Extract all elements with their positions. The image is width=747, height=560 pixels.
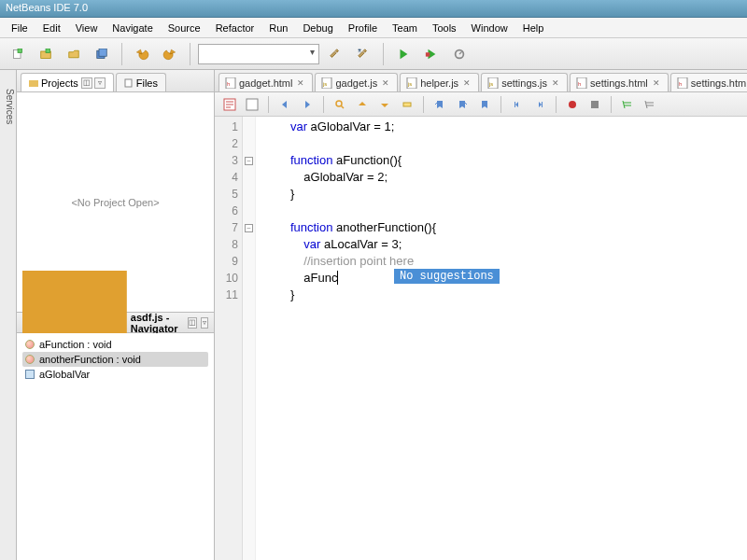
uncomment-button[interactable] (641, 95, 659, 114)
editor-tab-settings-html[interactable]: hsettings.html✕ (570, 73, 669, 91)
shift-left-button[interactable] (508, 95, 527, 114)
method-icon (25, 340, 35, 349)
navigator-panel: aFunction : void anotherFunction : void … (17, 333, 214, 560)
prev-bookmark-button[interactable] (430, 95, 449, 114)
projects-close-icon[interactable]: ▿ (94, 77, 106, 89)
nav-back-button[interactable] (275, 95, 294, 114)
tab-close-icon[interactable]: ✕ (651, 78, 662, 88)
navigator-item-afunction[interactable]: aFunction : void (22, 337, 208, 352)
menu-tools[interactable]: Tools (425, 21, 464, 35)
profile-button[interactable] (447, 42, 472, 66)
find-prev-button[interactable] (353, 95, 372, 114)
source-view-button[interactable] (220, 95, 239, 114)
menu-navigate[interactable]: Navigate (105, 21, 160, 35)
new-file-button[interactable] (6, 42, 30, 66)
navigator-item-aglobalvar[interactable]: aGlobalVar (22, 367, 208, 382)
svg-point-27 (569, 101, 576, 108)
autocomplete-tooltip: No suggestions (394, 269, 500, 284)
run-config-combo[interactable] (198, 44, 319, 64)
macro-stop-button[interactable] (585, 95, 604, 114)
nav-forward-button[interactable] (298, 95, 317, 114)
navigator-item-label: aFunction : void (39, 339, 112, 350)
services-rail-button[interactable]: Services (2, 89, 15, 145)
menu-profile[interactable]: Profile (341, 21, 385, 35)
svg-rect-8 (29, 80, 38, 87)
new-project-button[interactable] (34, 42, 58, 66)
projects-tab[interactable]: Projects ◫▿ (21, 73, 114, 91)
code-editor[interactable]: 1234567891011 −− var aGlobalVar = 1; fun… (215, 117, 747, 560)
menu-team[interactable]: Team (385, 21, 425, 35)
tab-label: gadget.js (335, 77, 377, 89)
keyword: function (290, 220, 333, 234)
js-file-icon: js (487, 77, 499, 89)
projects-tab-label: Projects (41, 77, 78, 89)
clean-build-button[interactable] (351, 42, 375, 66)
menu-run[interactable]: Run (261, 21, 295, 35)
svg-rect-3 (46, 49, 50, 53)
tab-label: helper.js (420, 77, 458, 89)
find-next-button[interactable] (375, 95, 394, 114)
history-view-button[interactable] (243, 95, 261, 114)
fold-toggle-icon[interactable]: − (245, 224, 253, 232)
editor-tab-bar: hgadget.html✕ jsgadget.js✕ jshelper.js✕ … (215, 70, 747, 92)
save-all-button[interactable] (90, 42, 114, 66)
menu-help[interactable]: Help (515, 21, 552, 35)
fold-gutter: −− (243, 117, 256, 560)
js-file-icon: js (406, 77, 417, 89)
svg-rect-9 (125, 79, 132, 87)
navigator-item-label: aGlobalVar (39, 369, 90, 380)
files-icon (124, 78, 134, 88)
macro-record-button[interactable] (563, 95, 582, 114)
fold-toggle-icon[interactable]: − (245, 157, 253, 165)
tab-label: gadget.html (239, 77, 292, 89)
folder-icon (29, 78, 38, 88)
editor-tab-helper-js[interactable]: jshelper.js✕ (400, 73, 479, 91)
comment: //insertion point here (263, 254, 414, 268)
find-selection-button[interactable] (331, 95, 349, 114)
svg-text:js: js (488, 81, 493, 87)
navigator-item-anotherfunction[interactable]: anotherFunction : void (22, 352, 208, 367)
window-titlebar: NetBeans IDE 7.0 (0, 0, 747, 18)
editor-tab-gadget-js[interactable]: jsgadget.js✕ (315, 73, 398, 91)
editor-tab-gadget-html[interactable]: hgadget.html✕ (218, 73, 313, 91)
main-toolbar (0, 38, 747, 70)
tab-close-icon[interactable]: ✕ (295, 78, 306, 88)
editor-tab-settings-js[interactable]: jssettings.js✕ (481, 73, 568, 91)
svg-rect-5 (99, 49, 106, 56)
tab-close-icon[interactable]: ✕ (380, 78, 391, 88)
files-tab-label: Files (136, 77, 158, 89)
navigator-dropdown-icon[interactable]: ▿ (201, 317, 208, 329)
toggle-highlight-button[interactable] (398, 95, 416, 114)
tab-label: settings.js (501, 77, 547, 89)
editor-tab-settings-htm[interactable]: hsettings.htm (670, 73, 747, 91)
debug-button[interactable] (419, 42, 444, 66)
files-tab[interactable]: Files (116, 73, 166, 91)
shift-right-button[interactable] (530, 95, 549, 114)
tab-close-icon[interactable]: ✕ (461, 78, 472, 88)
menu-view[interactable]: View (68, 21, 106, 35)
menu-window[interactable]: Window (464, 21, 515, 35)
toggle-bookmark-button[interactable] (475, 95, 494, 114)
menu-edit[interactable]: Edit (35, 21, 68, 35)
menu-refactor[interactable]: Refactor (208, 21, 262, 35)
field-icon (25, 370, 35, 379)
menu-file[interactable]: File (4, 21, 35, 35)
menu-source[interactable]: Source (161, 21, 208, 35)
undo-button[interactable] (130, 42, 154, 66)
code-content[interactable]: var aGlobalVar = 1; function aFunction()… (256, 117, 747, 560)
keyword: function (290, 153, 333, 167)
navigator-header: asdf.js - Navigator ◫ ▿ (17, 313, 214, 333)
open-button[interactable] (62, 42, 86, 66)
comment-button[interactable] (618, 95, 637, 114)
navigator-minimize-icon[interactable]: ◫ (188, 317, 197, 329)
no-project-label: <No Project Open> (71, 197, 159, 208)
tab-close-icon[interactable]: ✕ (550, 78, 561, 88)
redo-button[interactable] (158, 42, 182, 66)
svg-text:h: h (578, 81, 581, 87)
next-bookmark-button[interactable] (453, 95, 472, 114)
projects-minimize-icon[interactable]: ◫ (81, 77, 92, 89)
keyword: var (290, 119, 307, 133)
build-button[interactable] (323, 42, 347, 66)
run-button[interactable] (391, 42, 416, 66)
menu-debug[interactable]: Debug (295, 21, 340, 35)
